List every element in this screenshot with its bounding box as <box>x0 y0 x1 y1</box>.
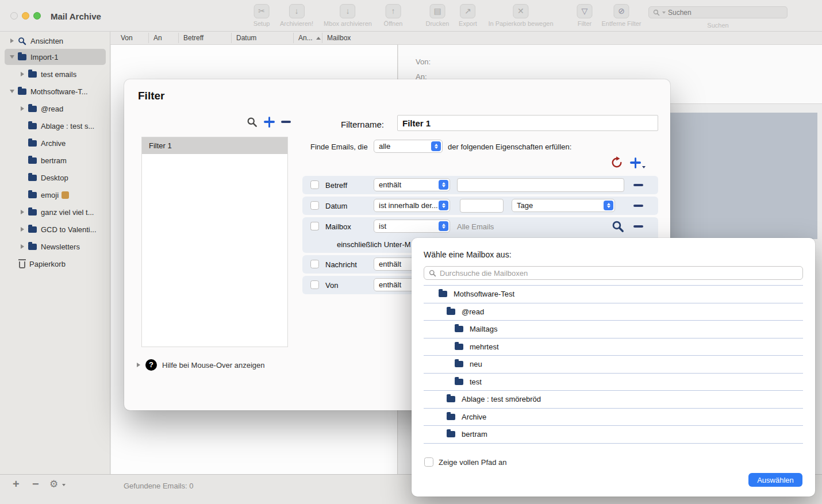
sidebar-item-archive[interactable]: Archive <box>5 135 106 151</box>
mailbox-search-field[interactable] <box>424 266 803 280</box>
column-divider[interactable] <box>178 33 179 43</box>
select-mailbox-button[interactable]: Auswählen <box>748 473 802 487</box>
toolbar-item-setup[interactable]: ✂ Setup <box>253 4 270 27</box>
folder-icon <box>455 326 463 332</box>
chevron-right-icon[interactable] <box>21 210 24 214</box>
filtername-input[interactable] <box>397 115 658 131</box>
condition-checkbox[interactable] <box>310 260 319 268</box>
operator-select[interactable]: ist <box>374 220 450 233</box>
sidebar-item-test-emails[interactable]: test emails <box>5 66 106 82</box>
sidebar-item-desktop[interactable]: Desktop <box>5 170 106 186</box>
sidebar-item-ganz-viel[interactable]: ganz viel viel t... <box>5 204 106 220</box>
chevron-right-icon[interactable] <box>21 244 24 249</box>
folder-icon <box>28 244 37 250</box>
toolbar-item-mbox-archivieren[interactable]: ↓ Mbox archivieren <box>324 4 372 27</box>
maximize-button[interactable] <box>33 12 41 20</box>
match-mode-select[interactable]: alle <box>374 140 443 153</box>
full-path-checkbox[interactable] <box>424 457 433 467</box>
toolbar-item-drucken[interactable]: ▤ Drucken <box>426 4 450 27</box>
condition-checkbox[interactable] <box>310 201 319 210</box>
operator-select[interactable]: ist innerhalb der... <box>374 199 450 212</box>
condition-row-betreff: Betreff enthält <box>302 176 658 194</box>
mailbox-list-item[interactable]: neu <box>424 356 803 374</box>
add-filter-button[interactable] <box>264 117 275 128</box>
column-header-betreff[interactable]: Betreff <box>183 34 203 42</box>
column-divider[interactable] <box>293 33 294 43</box>
full-path-option[interactable]: Zeige vollen Pfad an <box>424 457 507 467</box>
add-mailbox-button[interactable]: + <box>13 478 20 491</box>
column-header-datum[interactable]: Datum <box>236 34 256 42</box>
toolbar-item-papierkorb[interactable]: ✕ In Papierkorb bewegen <box>488 4 553 27</box>
sidebar-item-bertram[interactable]: bertram <box>5 152 106 168</box>
mailbox-name: test <box>470 378 482 386</box>
mailbox-list-item[interactable]: @read <box>424 303 803 321</box>
help-disclosure-icon[interactable] <box>137 363 140 367</box>
chevron-right-icon[interactable] <box>10 39 14 43</box>
chevron-right-icon[interactable] <box>21 227 24 232</box>
sidebar-item-ablage[interactable]: Ablage : test s... <box>5 118 106 134</box>
condition-value-input[interactable] <box>457 178 624 192</box>
sidebar-item-read[interactable]: @read <box>5 101 106 117</box>
toolbar-search-input[interactable] <box>668 9 783 17</box>
column-header-an[interactable]: An <box>153 34 162 42</box>
find-emails-prefix: Finde Emails, die <box>310 143 368 151</box>
remove-filter-button[interactable] <box>281 121 291 123</box>
column-divider[interactable] <box>322 33 322 43</box>
condition-checkbox[interactable] <box>310 280 319 289</box>
chevron-down-icon[interactable] <box>10 90 14 93</box>
chevron-down-icon[interactable] <box>10 55 14 59</box>
sidebar-item-mothsoftware-test[interactable]: Mothsoftware-T... <box>5 83 106 99</box>
choose-mailbox-search-icon[interactable] <box>612 220 624 233</box>
sidebar-item-emoji[interactable]: emoji <box>5 187 106 203</box>
sidebar-item-newsletters[interactable]: Newsletters <box>5 238 106 255</box>
column-divider[interactable] <box>148 33 149 43</box>
column-divider[interactable] <box>231 33 232 43</box>
condition-number-input[interactable] <box>460 199 504 213</box>
sidebar-item-ansichten[interactable]: Ansichten <box>5 33 106 49</box>
add-condition-button[interactable] <box>630 157 646 168</box>
condition-checkbox[interactable] <box>310 180 319 189</box>
unit-select[interactable]: Tage <box>512 199 615 212</box>
mailbox-name: Ablage : test smörebröd <box>462 395 541 403</box>
toolbar-search-label: Suchen <box>707 22 728 29</box>
sidebar-item-gcd-to-valentina[interactable]: GCD to Valenti... <box>5 221 106 237</box>
remove-condition-button[interactable] <box>633 205 643 207</box>
toolbar-search-field[interactable] <box>648 6 788 18</box>
remove-condition-button[interactable] <box>633 225 643 228</box>
sidebar-label: Ansichten <box>30 37 63 45</box>
refresh-icon[interactable] <box>610 156 623 169</box>
mailbox-list-item[interactable]: Ablage : test smörebröd <box>424 391 803 409</box>
mailbox-search-input[interactable] <box>440 269 798 278</box>
remove-condition-button[interactable] <box>633 184 643 186</box>
mailbox-list-item[interactable]: test <box>424 374 803 391</box>
filter-icon: ▽ <box>577 4 593 18</box>
column-header-an-sorted[interactable]: An... <box>298 34 313 42</box>
toolbar-item-oeffnen[interactable]: ↑ Öffnen <box>384 4 403 27</box>
mailbox-list-item[interactable]: bertram <box>424 426 803 444</box>
column-header-von[interactable]: Von <box>121 34 133 42</box>
filter-list-item[interactable]: Filter 1 <box>142 137 287 154</box>
minimize-button[interactable] <box>22 12 29 20</box>
sidebar-item-import-1[interactable]: Import-1 <box>5 49 106 65</box>
toolbar-item-export[interactable]: ↗ Export <box>459 4 477 27</box>
mailbox-list-item[interactable]: Archive <box>424 409 803 426</box>
search-icon[interactable] <box>247 117 258 128</box>
sidebar-item-papierkorb[interactable]: Papierkorb <box>5 256 106 272</box>
mailbox-list-item[interactable]: mehrtest <box>424 338 803 356</box>
remove-mailbox-button[interactable]: − <box>32 478 39 491</box>
help-icon[interactable]: ? <box>145 359 157 371</box>
close-button[interactable] <box>10 12 18 20</box>
chevron-right-icon[interactable] <box>21 72 24 76</box>
toolbar-item-entferne-filter[interactable]: ⊘ Entferne Filter <box>601 4 641 27</box>
mailbox-list-item[interactable]: Mothsoftware-Test <box>424 286 803 303</box>
mailbox-list-item[interactable]: Mailtags <box>424 321 803 338</box>
gear-icon[interactable]: ⚙ <box>49 478 58 490</box>
column-header-mailbox[interactable]: Mailbox <box>327 34 351 42</box>
include-submailboxes-checkbox[interactable] <box>310 222 319 230</box>
chevron-right-icon[interactable] <box>21 106 24 111</box>
operator-select[interactable]: enthält <box>374 178 450 191</box>
gear-menu-caret-icon[interactable] <box>62 484 66 486</box>
toolbar-item-filter[interactable]: ▽ Filter <box>577 4 593 27</box>
folder-icon <box>439 291 447 297</box>
toolbar-item-archivieren[interactable]: ↓ Archivieren! <box>280 4 313 27</box>
